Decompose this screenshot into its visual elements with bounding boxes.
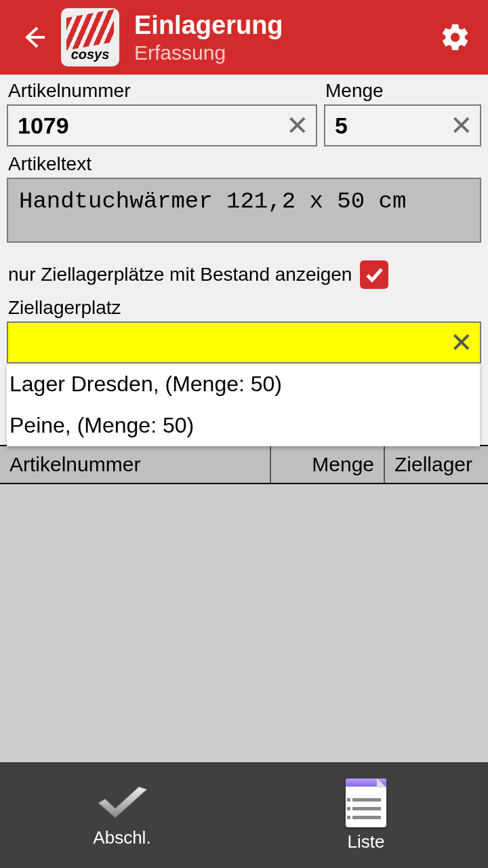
dropdown-item[interactable]: Lager Dresden, (Menge: 50) bbox=[7, 363, 480, 405]
artikelnummer-label: Artikelnummer bbox=[7, 80, 317, 102]
artikeltext-display: Handtuchwärmer 121,2 x 50 cm bbox=[7, 178, 481, 243]
col-ziellager: Ziellager bbox=[385, 446, 488, 483]
clear-menge-icon[interactable]: ✕ bbox=[446, 110, 477, 141]
filter-bestand-label: nur Ziellagerplätze mit Bestand anzeigen bbox=[8, 264, 352, 285]
page-title: Einlagerung bbox=[134, 11, 436, 40]
app-logo: cosys bbox=[61, 8, 119, 66]
abschliessen-button[interactable]: Abschl. bbox=[0, 762, 244, 868]
app-header: cosys Einlagerung Erfassung bbox=[0, 0, 488, 75]
checkmark-icon bbox=[92, 783, 152, 823]
filter-bestand-checkbox[interactable] bbox=[360, 260, 388, 289]
artikeltext-label: Artikeltext bbox=[7, 153, 481, 175]
ziellagerplatz-input[interactable] bbox=[7, 321, 481, 363]
ziellagerplatz-dropdown: Lager Dresden, (Menge: 50) Peine, (Menge… bbox=[7, 363, 480, 446]
col-artikelnummer: Artikelnummer bbox=[0, 446, 271, 483]
col-menge: Menge bbox=[271, 446, 385, 483]
menge-label: Menge bbox=[324, 80, 481, 102]
dropdown-item[interactable]: Peine, (Menge: 50) bbox=[7, 405, 480, 446]
table-header: Artikelnummer Menge Ziellager bbox=[0, 445, 488, 484]
clear-ziellagerplatz-icon[interactable]: ✕ bbox=[446, 327, 477, 358]
liste-button[interactable]: Liste bbox=[244, 762, 488, 868]
ziellagerplatz-label: Ziellagerplatz bbox=[7, 297, 481, 319]
artikelnummer-input[interactable] bbox=[7, 104, 317, 146]
settings-button[interactable] bbox=[436, 18, 474, 56]
clear-artikelnummer-icon[interactable]: ✕ bbox=[282, 110, 313, 141]
page-subtitle: Erfassung bbox=[134, 41, 436, 64]
table-body-empty bbox=[0, 484, 488, 762]
list-icon bbox=[346, 778, 386, 827]
back-button[interactable] bbox=[14, 17, 54, 58]
bottom-toolbar: Abschl. Liste bbox=[0, 762, 488, 868]
